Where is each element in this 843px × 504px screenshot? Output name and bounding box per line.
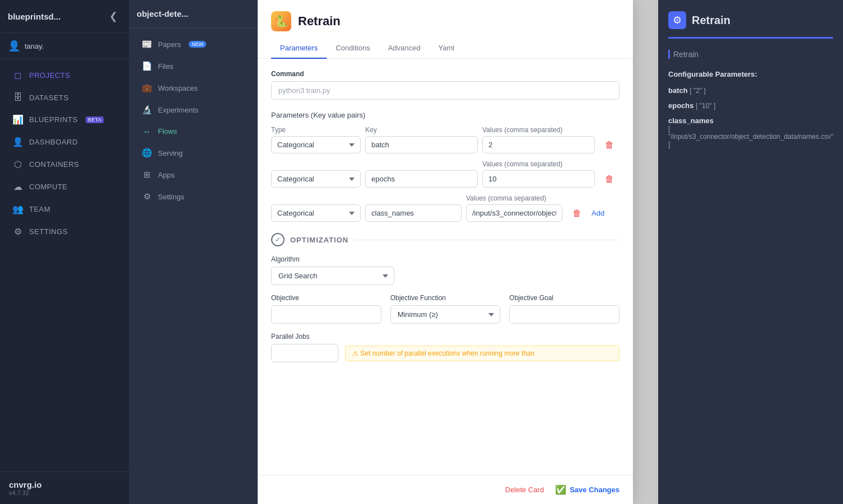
param-row-class-names: Categorical Categorical 🗑 Add xyxy=(271,204,620,222)
key-col-label: Key xyxy=(365,126,478,134)
new-badge: NEW xyxy=(189,41,206,48)
middle-nav-item-workspaces[interactable]: 💼 Workspaces xyxy=(132,77,254,99)
datasets-icon: 🗄 xyxy=(12,92,24,102)
middle-nav-item-flows[interactable]: ↔ Flows xyxy=(132,121,254,142)
middle-nav-item-files[interactable]: 📄 Files xyxy=(132,55,254,77)
middle-nav-label: Workspaces xyxy=(158,84,198,92)
delete-batch-button[interactable]: 🗑 xyxy=(599,138,620,152)
obj-goal-label: Objective Goal xyxy=(509,294,620,302)
right-panel: ⚙ Retrain Retrain Configurable Parameter… xyxy=(658,0,843,504)
dashboard-icon: 👤 xyxy=(12,137,24,147)
objective-label: Objective xyxy=(271,294,381,302)
algorithm-label: Algorithm xyxy=(271,255,620,263)
sidebar-item-label: BLUEPRINTS xyxy=(29,115,78,124)
type-select-class-names[interactable]: Categorical Categorical xyxy=(271,204,361,222)
optimization-section: ✓ OPTIMIZATION Algorithm Grid Search Gri… xyxy=(271,233,620,362)
sidebar-item-label: TEAM xyxy=(29,205,50,213)
sidebar-item-dashboard[interactable]: 👤 DASHBOARD xyxy=(3,131,125,153)
right-panel-icon: ⚙ xyxy=(668,11,686,29)
command-input[interactable] xyxy=(271,81,620,100)
settings-icon: ⚙ xyxy=(12,226,24,237)
sidebar-item-team[interactable]: 👥 TEAM xyxy=(3,198,125,220)
team-icon: 👥 xyxy=(12,204,24,214)
config-param-class-names: class_names [ "/input/s3_connector/objec… xyxy=(668,116,833,148)
delete-card-button[interactable]: Delete Card xyxy=(505,486,544,494)
modal-tabs: Parameters Conditions Advanced Yaml xyxy=(258,38,633,59)
sidebar-item-label: DASHBOARD xyxy=(29,138,78,146)
middle-nav-label: Experiments xyxy=(158,106,198,114)
sidebar-item-blueprints[interactable]: 📊 BLUEPRINTS BETA xyxy=(3,109,125,130)
sidebar-item-compute[interactable]: ☁ COMPUTE xyxy=(3,176,125,198)
key-input-class-names[interactable] xyxy=(365,204,462,222)
obj-function-label: Objective Function xyxy=(390,294,501,302)
middle-nav-item-settings[interactable]: ⚙ Settings xyxy=(132,186,254,207)
flows-icon: ↔ xyxy=(141,127,152,136)
parallel-row: ⚠ Set number of parallel executions when… xyxy=(271,344,620,362)
sidebar-item-datasets[interactable]: 🗄 DATASETS xyxy=(3,87,125,108)
delete-class-names-button[interactable]: 🗑 xyxy=(567,206,587,221)
param-row-batch: Categorical Categorical 🗑 xyxy=(271,136,620,153)
middle-nav-label: Papers xyxy=(158,40,181,49)
middle-nav-label: Apps xyxy=(158,171,175,179)
algorithm-row: Algorithm Grid Search Grid Search Random… xyxy=(271,255,620,285)
tab-yaml[interactable]: Yaml xyxy=(429,38,463,59)
parallel-jobs-input[interactable] xyxy=(271,344,338,362)
value-input-class-names[interactable] xyxy=(466,204,562,222)
left-sidebar: blueprintsd... ❮ 👤 tanay. ◻ PROJECTS 🗄 D… xyxy=(0,0,129,504)
config-param-value-batch: [ "2" ] xyxy=(690,87,706,95)
middle-nav-item-apps[interactable]: ⊞ Apps xyxy=(132,164,254,185)
modal-body: Command Parameters (Key value pairs) Typ… xyxy=(258,59,633,475)
algorithm-select[interactable]: Grid Search Grid Search Random Search Ba… xyxy=(271,267,394,285)
objective-goal-field: Objective Goal xyxy=(509,294,620,324)
parallel-jobs-section: Parallel Jobs ⚠ Set number of parallel e… xyxy=(271,333,620,362)
middle-nav-label: Settings xyxy=(158,193,184,201)
delete-epochs-button[interactable]: 🗑 xyxy=(599,172,620,186)
objective-goal-input[interactable] xyxy=(509,305,620,324)
brand-name: cnvrg.io xyxy=(9,480,120,489)
type-col-label: Type xyxy=(271,126,361,134)
sidebar-item-label: SETTINGS xyxy=(29,227,68,236)
objective-function-select[interactable]: Minimum (≥) Minimum (≥) Maximum (≤) xyxy=(390,305,501,324)
middle-nav-item-papers[interactable]: 📰 Papers NEW xyxy=(132,34,254,55)
version-label: v4.7.32 xyxy=(9,489,120,496)
values-col-label-3: Values (comma separated) xyxy=(466,194,562,202)
papers-icon: 📰 xyxy=(141,39,152,49)
sidebar-navigation: ◻ PROJECTS 🗄 DATASETS 📊 BLUEPRINTS BETA … xyxy=(0,59,129,472)
sidebar-item-settings[interactable]: ⚙ SETTINGS xyxy=(3,221,125,242)
tab-parameters[interactable]: Parameters xyxy=(271,38,327,59)
params-header: Parameters (Key value pairs) xyxy=(271,111,620,119)
config-label: Configurable Parameters: xyxy=(668,70,833,78)
sidebar-item-label: PROJECTS xyxy=(29,71,70,80)
apps-icon: ⊞ xyxy=(141,170,152,180)
tab-conditions[interactable]: Conditions xyxy=(327,38,379,59)
modal-card: 🐍 Retrain Parameters Conditions Advanced… xyxy=(258,0,633,504)
middle-settings-icon: ⚙ xyxy=(141,192,152,202)
parallel-jobs-label: Parallel Jobs xyxy=(271,333,620,340)
sidebar-item-label: CONTAINERS xyxy=(29,160,79,169)
value-input-batch[interactable] xyxy=(482,136,595,153)
type-select-epochs[interactable]: Categorical Categorical xyxy=(271,170,361,188)
sidebar-user: 👤 tanay. xyxy=(0,33,129,59)
optimization-toggle-icon[interactable]: ✓ xyxy=(271,233,285,246)
save-changes-button[interactable]: ✅ Save Changes xyxy=(555,484,620,495)
config-param-value-epochs: [ "10" ] xyxy=(696,102,715,110)
middle-nav-item-serving[interactable]: 🌐 Serving xyxy=(132,142,254,164)
middle-navigation: object-dete... 📰 Papers NEW 📄 Files 💼 Wo… xyxy=(129,0,258,504)
collapse-button[interactable]: ❮ xyxy=(106,9,121,24)
add-link[interactable]: Add xyxy=(592,209,620,217)
sidebar-item-projects[interactable]: ◻ PROJECTS xyxy=(3,64,125,86)
sidebar-item-containers[interactable]: ⬡ CONTAINERS xyxy=(3,153,125,175)
key-input-batch[interactable] xyxy=(365,136,478,153)
experiments-icon: 🔬 xyxy=(141,105,152,115)
objective-input[interactable] xyxy=(271,305,381,324)
type-select-batch[interactable]: Categorical Categorical xyxy=(271,136,361,153)
tab-advanced[interactable]: Advanced xyxy=(379,38,430,59)
middle-nav-item-experiments[interactable]: 🔬 Experiments xyxy=(132,99,254,120)
value-input-epochs[interactable] xyxy=(482,170,595,188)
right-panel-title: Retrain xyxy=(692,14,730,27)
key-input-epochs[interactable] xyxy=(365,170,478,188)
sidebar-header: blueprintsd... ❮ xyxy=(0,0,129,33)
middle-nav-header: object-dete... xyxy=(129,0,258,29)
config-param-name-batch: batch xyxy=(668,86,688,95)
user-name: tanay. xyxy=(25,42,44,50)
